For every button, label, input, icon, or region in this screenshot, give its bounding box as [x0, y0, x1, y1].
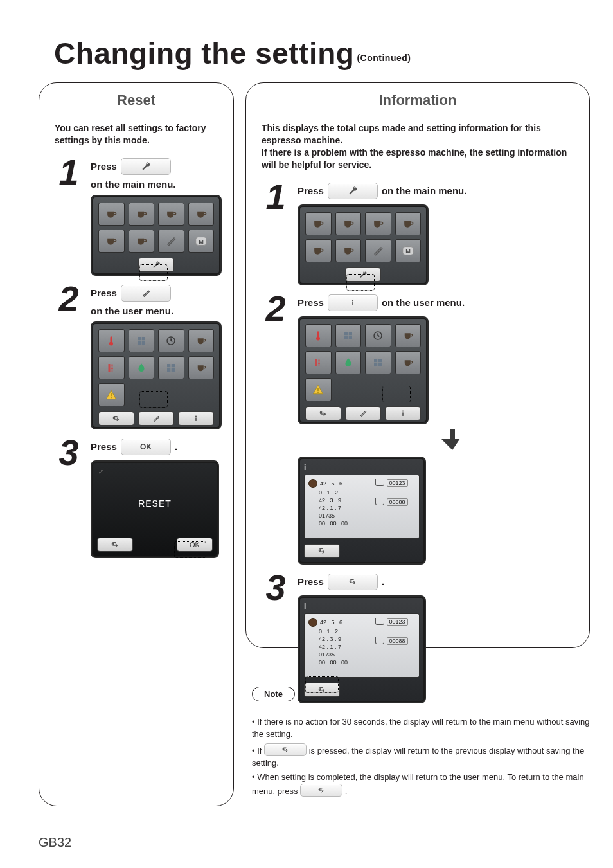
back-key[interactable] — [328, 574, 378, 590]
info-readout: 42 . 5 . 6 0 . 1 . 2 42 . 3 . 9 42 . 1 .… — [304, 613, 420, 678]
back-fn[interactable] — [304, 683, 340, 697]
drink-tile[interactable] — [188, 203, 215, 226]
drink-tile[interactable] — [365, 212, 391, 235]
note-item: If is pressed, the display will return t… — [252, 743, 590, 770]
reset-fn[interactable] — [345, 406, 381, 420]
arrow-down-icon — [327, 429, 578, 453]
reset-confirm-screen: RESET OK — [91, 460, 219, 558]
info-key[interactable] — [328, 294, 378, 311]
memory-tile[interactable] — [395, 239, 422, 262]
back-key[interactable] — [300, 784, 342, 797]
option-tile[interactable] — [305, 378, 332, 401]
cup-icon — [375, 637, 384, 644]
option-tile[interactable] — [98, 356, 125, 379]
reset-step-3: 3 Press OK . RESET OK — [55, 439, 222, 558]
note-item: When setting is completed, the display w… — [252, 772, 590, 798]
reset-key[interactable] — [121, 285, 171, 302]
page-number: GB32 — [39, 835, 71, 850]
drink-tile[interactable] — [365, 239, 391, 262]
main-menu-screen — [298, 204, 429, 285]
drink-tile[interactable] — [305, 212, 332, 235]
reset-label: RESET — [97, 475, 213, 532]
option-tile[interactable] — [335, 324, 362, 347]
info-fn[interactable] — [385, 406, 421, 420]
drink-tile[interactable] — [395, 212, 422, 235]
info-step-3: 3 Press . i 42 . 5 . 6 0 . 1 . 2 42 — [262, 574, 578, 703]
bean-icon — [308, 479, 317, 488]
drink-tile[interactable] — [335, 212, 362, 235]
page-title: Changing the setting(Continued) — [54, 36, 590, 71]
back-fn[interactable] — [97, 538, 133, 552]
user-menu-screen — [298, 316, 429, 424]
option-tile[interactable] — [305, 324, 332, 347]
info-step-2: 2 Press on the user menu. — [262, 294, 578, 565]
info-intro: This displays the total cups made and se… — [262, 122, 574, 171]
option-tile[interactable] — [365, 324, 391, 347]
option-tile[interactable] — [365, 351, 391, 374]
drink-tile[interactable] — [305, 239, 332, 262]
bean-icon — [308, 618, 317, 627]
settings-fn[interactable] — [138, 258, 174, 272]
reset-step-2: 2 Press on the user menu. — [55, 285, 222, 429]
wrench-key[interactable] — [328, 183, 378, 199]
settings-fn[interactable] — [345, 267, 381, 282]
ok-fn[interactable]: OK — [177, 538, 213, 552]
note-item: If there is no action for 30 seconds, th… — [252, 716, 590, 741]
drink-tile[interactable] — [335, 239, 362, 262]
option-tile[interactable] — [129, 329, 155, 352]
memory-tile[interactable] — [188, 230, 215, 253]
drink-tile[interactable] — [129, 230, 155, 253]
panel-info-heading: Information — [258, 92, 578, 109]
option-tile[interactable] — [395, 324, 422, 347]
option-tile[interactable] — [158, 356, 184, 379]
info-step-1: 1 Press on the main menu. — [262, 183, 578, 285]
option-tile[interactable] — [305, 351, 332, 374]
drink-tile[interactable] — [98, 230, 125, 253]
cup-icon — [375, 479, 384, 486]
back-fn[interactable] — [98, 411, 134, 426]
option-tile[interactable] — [188, 329, 215, 352]
option-tile[interactable] — [129, 356, 155, 379]
cup-icon — [375, 498, 384, 505]
info-result-screen: i 42 . 5 . 6 0 . 1 . 2 42 . 3 . 9 42 . 1… — [298, 457, 426, 565]
back-fn[interactable] — [305, 406, 341, 420]
back-key[interactable] — [264, 743, 306, 756]
reset-step-1: 1 Press on the main menu. — [55, 158, 222, 276]
wrench-key[interactable] — [121, 158, 171, 175]
user-menu-screen — [91, 321, 222, 429]
option-tile[interactable] — [158, 329, 184, 352]
ok-key[interactable]: OK — [121, 439, 171, 455]
drink-tile[interactable] — [158, 203, 184, 226]
info-result-screen-2: i 42 . 5 . 6 0 . 1 . 2 42 . 3 . 9 42 . 1… — [298, 595, 426, 703]
reset-fn[interactable] — [138, 411, 174, 426]
back-fn[interactable] — [304, 544, 340, 558]
panel-reset: Reset You can reset all settings to fact… — [39, 82, 234, 806]
option-tile[interactable] — [335, 351, 362, 374]
info-fn[interactable] — [178, 411, 214, 426]
option-tile[interactable] — [98, 383, 125, 406]
drink-tile[interactable] — [98, 203, 125, 226]
reset-intro: You can reset all settings to factory se… — [55, 122, 218, 147]
panel-information: Information This displays the total cups… — [245, 82, 590, 648]
drink-tile[interactable] — [129, 203, 155, 226]
main-menu-screen — [91, 195, 222, 276]
option-tile[interactable] — [395, 351, 422, 374]
drink-tile[interactable] — [158, 230, 184, 253]
info-readout: 42 . 5 . 6 0 . 1 . 2 42 . 3 . 9 42 . 1 .… — [304, 475, 420, 539]
panel-reset-heading: Reset — [51, 92, 222, 109]
option-tile[interactable] — [98, 329, 125, 352]
option-tile[interactable] — [188, 356, 215, 379]
cup-icon — [375, 618, 384, 625]
